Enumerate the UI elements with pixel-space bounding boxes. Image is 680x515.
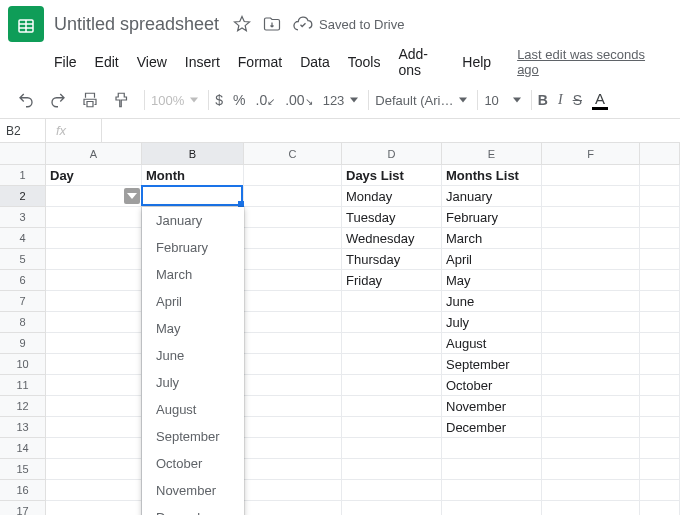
cell-F14[interactable] — [542, 438, 640, 459]
cell-C6[interactable] — [244, 270, 342, 291]
cell-F7[interactable] — [542, 291, 640, 312]
cell-C13[interactable] — [244, 417, 342, 438]
menu-view[interactable]: View — [137, 54, 167, 70]
cell-D14[interactable] — [342, 438, 442, 459]
cell-F1[interactable] — [542, 165, 640, 186]
cell-8[interactable] — [640, 312, 680, 333]
cell-12[interactable] — [640, 396, 680, 417]
column-header-B[interactable]: B — [142, 143, 244, 165]
cell-A14[interactable] — [46, 438, 142, 459]
row-header-3[interactable]: 3 — [0, 207, 46, 228]
dropdown-item-february[interactable]: February — [142, 234, 244, 261]
dropdown-item-july[interactable]: July — [142, 369, 244, 396]
cell-A13[interactable] — [46, 417, 142, 438]
cell-C14[interactable] — [244, 438, 342, 459]
row-header-15[interactable]: 15 — [0, 459, 46, 480]
row-header-11[interactable]: 11 — [0, 375, 46, 396]
cell-E7[interactable]: June — [442, 291, 542, 312]
cell-F16[interactable] — [542, 480, 640, 501]
cell-D3[interactable]: Tuesday — [342, 207, 442, 228]
cloud-saved-icon[interactable]: Saved to Drive — [293, 14, 404, 34]
cell-A9[interactable] — [46, 333, 142, 354]
cell-E9[interactable]: August — [442, 333, 542, 354]
dropdown-item-april[interactable]: April — [142, 288, 244, 315]
cell-5[interactable] — [640, 249, 680, 270]
cell-D16[interactable] — [342, 480, 442, 501]
decrease-decimal-button[interactable]: .0↙ — [256, 92, 276, 108]
cell-E12[interactable]: November — [442, 396, 542, 417]
dropdown-item-december[interactable]: December — [142, 504, 244, 515]
cell-A11[interactable] — [46, 375, 142, 396]
dropdown-item-october[interactable]: October — [142, 450, 244, 477]
cell-C2[interactable] — [244, 186, 342, 207]
number-format-dropdown[interactable]: 123 — [323, 93, 359, 108]
cell-F5[interactable] — [542, 249, 640, 270]
cell-E8[interactable]: July — [442, 312, 542, 333]
row-header-7[interactable]: 7 — [0, 291, 46, 312]
zoom-dropdown[interactable]: 100% — [151, 93, 198, 108]
row-header-13[interactable]: 13 — [0, 417, 46, 438]
font-size-dropdown[interactable]: 10 — [484, 93, 520, 108]
cell-F4[interactable] — [542, 228, 640, 249]
cell-E13[interactable]: December — [442, 417, 542, 438]
star-icon[interactable] — [233, 15, 251, 33]
cell-4[interactable] — [640, 228, 680, 249]
row-header-16[interactable]: 16 — [0, 480, 46, 501]
dropdown-item-january[interactable]: January — [142, 207, 244, 234]
cell-C3[interactable] — [244, 207, 342, 228]
last-edit-label[interactable]: Last edit was seconds ago — [517, 47, 652, 77]
cell-E4[interactable]: March — [442, 228, 542, 249]
cell-C15[interactable] — [244, 459, 342, 480]
cell-E3[interactable]: February — [442, 207, 542, 228]
cell-B2[interactable] — [142, 186, 244, 207]
cell-C12[interactable] — [244, 396, 342, 417]
cell-D7[interactable] — [342, 291, 442, 312]
cell-14[interactable] — [640, 438, 680, 459]
cell-1[interactable] — [640, 165, 680, 186]
cell-F3[interactable] — [542, 207, 640, 228]
cell-E5[interactable]: April — [442, 249, 542, 270]
cell-A4[interactable] — [46, 228, 142, 249]
spreadsheet-grid[interactable]: ABCDEF1DayMonthDays ListMonths List2Mond… — [0, 143, 680, 515]
menu-tools[interactable]: Tools — [348, 54, 381, 70]
font-dropdown[interactable]: Default (Ari… — [375, 93, 467, 108]
sheets-logo[interactable] — [8, 6, 44, 42]
dropdown-item-august[interactable]: August — [142, 396, 244, 423]
cell-D6[interactable]: Friday — [342, 270, 442, 291]
cell-13[interactable] — [640, 417, 680, 438]
dropdown-item-may[interactable]: May — [142, 315, 244, 342]
row-header-14[interactable]: 14 — [0, 438, 46, 459]
text-color-button[interactable]: A — [592, 90, 608, 110]
cell-C5[interactable] — [244, 249, 342, 270]
menu-format[interactable]: Format — [238, 54, 282, 70]
cell-D17[interactable] — [342, 501, 442, 515]
cell-10[interactable] — [640, 354, 680, 375]
row-header-5[interactable]: 5 — [0, 249, 46, 270]
cell-A15[interactable] — [46, 459, 142, 480]
cell-E14[interactable] — [442, 438, 542, 459]
cell-2[interactable] — [640, 186, 680, 207]
cell-B1[interactable]: Month — [142, 165, 244, 186]
cell-15[interactable] — [640, 459, 680, 480]
undo-button[interactable] — [14, 88, 38, 112]
cell-A16[interactable] — [46, 480, 142, 501]
paint-format-button[interactable] — [110, 88, 134, 112]
cell-D13[interactable] — [342, 417, 442, 438]
strikethrough-button[interactable]: S — [573, 92, 582, 108]
menu-help[interactable]: Help — [462, 54, 491, 70]
dropdown-item-november[interactable]: November — [142, 477, 244, 504]
row-header-17[interactable]: 17 — [0, 501, 46, 515]
cell-D2[interactable]: Monday — [342, 186, 442, 207]
cell-A5[interactable] — [46, 249, 142, 270]
cell-F2[interactable] — [542, 186, 640, 207]
column-header-A[interactable]: A — [46, 143, 142, 165]
bold-button[interactable]: B — [538, 92, 548, 108]
cell-E2[interactable]: January — [442, 186, 542, 207]
cell-C1[interactable] — [244, 165, 342, 186]
cell-C9[interactable] — [244, 333, 342, 354]
cell-E16[interactable] — [442, 480, 542, 501]
print-button[interactable] — [78, 88, 102, 112]
cell-F13[interactable] — [542, 417, 640, 438]
row-header-6[interactable]: 6 — [0, 270, 46, 291]
cell-A6[interactable] — [46, 270, 142, 291]
